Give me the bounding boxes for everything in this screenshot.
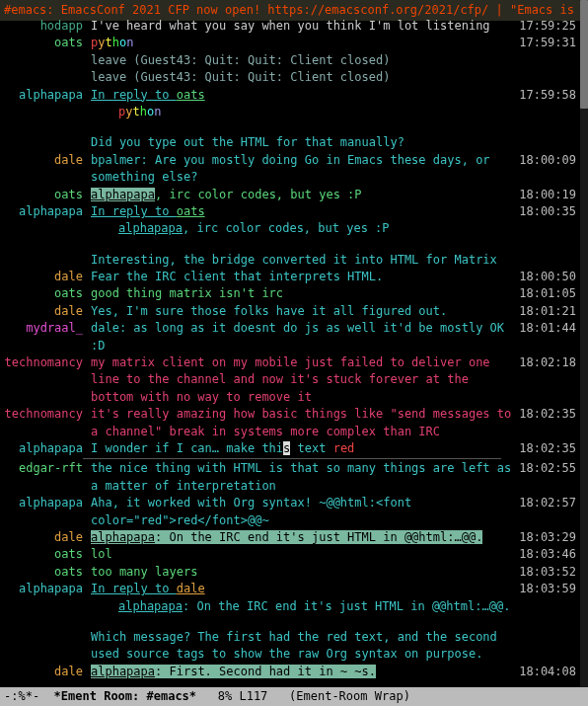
message-body: I wonder if I can… make this text red — [87, 440, 517, 457]
message-body: too many layers — [87, 564, 517, 581]
read-marker — [83, 458, 501, 459]
nick: dale — [4, 664, 87, 680]
message-row: alphapapaIn reply to oats17:59:58 — [0, 87, 580, 104]
message-row: leave (Guest43: Quit: Quit: Client close… — [0, 69, 580, 86]
message-body: I've heard what you say when you think I… — [87, 18, 517, 35]
nick: oats — [4, 564, 87, 581]
message-body: Aha, it worked with Org syntax! ~@@html:… — [87, 495, 517, 529]
nick: dale — [4, 303, 87, 320]
message-body: dale: as long as it doesnt do js as well… — [87, 320, 517, 354]
message-row: alphapapaIn reply to oats18:00:35 — [0, 203, 580, 220]
message-body: python — [87, 35, 517, 51]
nick: dale — [4, 152, 87, 169]
message-body: Which message? The first had the red tex… — [87, 629, 517, 664]
message-body: alphapapa: First. Second had it in ~ ~s. — [87, 664, 517, 680]
timestamp: 18:00:09 — [517, 152, 576, 169]
message-body: In reply to oats — [87, 203, 517, 220]
message-row: technomancyit's really amazing how basic… — [0, 406, 580, 440]
nick: mydraal_ — [4, 320, 87, 337]
message-row: leave (Guest43: Quit: Quit: Client close… — [0, 52, 580, 69]
timestamp: 18:03:59 — [517, 581, 576, 597]
message-body: python — [87, 104, 517, 120]
timestamp: 18:00:50 — [517, 269, 576, 285]
message-row: alphapapa, irc color codes, but yes :P — [0, 220, 580, 237]
message-row: hodappI've heard what you say when you t… — [0, 18, 580, 35]
message-row: oatsgood thing matrix isn't irc18:01:05 — [0, 285, 580, 302]
message-row: Which message? The first had the red tex… — [0, 629, 580, 664]
nick: oats — [4, 187, 87, 203]
message-body: Did you type out the HTML for that manua… — [87, 134, 517, 151]
message-row: Did you type out the HTML for that manua… — [0, 134, 580, 151]
message-row: dalealphapapa: First. Second had it in ~… — [0, 664, 580, 680]
timestamp: 18:03:52 — [517, 564, 576, 581]
timestamp: 17:59:58 — [517, 87, 576, 104]
timestamp: 18:01:21 — [517, 303, 576, 320]
timestamp: 18:02:55 — [517, 460, 576, 477]
message-row: oatslol18:03:46 — [0, 546, 580, 563]
nick: technomancy — [4, 406, 87, 423]
message-body: leave (Guest43: Quit: Quit: Client close… — [87, 69, 517, 86]
message-body: alphapapa: On the IRC end it's just HTML… — [87, 529, 517, 546]
message-body: bpalmer: Are you mostly doing Go in Emac… — [87, 152, 517, 187]
scrollbar[interactable] — [580, 0, 588, 688]
timestamp: 18:01:05 — [517, 285, 576, 302]
nick: alphapapa — [4, 203, 87, 220]
nick: oats — [4, 546, 87, 563]
message-body: leave (Guest43: Quit: Quit: Client close… — [87, 52, 517, 69]
message-row: Interesting, the bridge converted it int… — [0, 252, 580, 269]
message-row: dalealphapapa: On the IRC end it's just … — [0, 529, 580, 546]
modeline: -:%*- *Ement Room: #emacs* 8% L117 (Emen… — [0, 687, 588, 706]
message-row: alphapapa: On the IRC end it's just HTML… — [0, 598, 580, 615]
message-body: In reply to oats — [87, 87, 517, 104]
message-body: alphapapa: On the IRC end it's just HTML… — [87, 598, 517, 615]
message-body: Interesting, the bridge converted it int… — [87, 252, 517, 269]
timestamp: 18:03:46 — [517, 546, 576, 563]
message-row: alphapapaI wonder if I can… make this te… — [0, 440, 580, 457]
timestamp: 18:02:57 — [517, 495, 576, 511]
timestamp: 18:02:35 — [517, 440, 576, 457]
message-row: technomancymy matrix client on my mobile… — [0, 354, 580, 406]
message-body: alphapapa, irc color codes, but yes :P — [87, 220, 517, 237]
nick: edgar-rft — [4, 460, 87, 477]
nick: technomancy — [4, 354, 87, 371]
message-row: dalebpalmer: Are you mostly doing Go in … — [0, 152, 580, 187]
nick: alphapapa — [4, 440, 87, 457]
message-body: alphapapa, irc color codes, but yes :P — [87, 187, 517, 203]
nick: dale — [4, 529, 87, 546]
nick: oats — [4, 285, 87, 302]
message-row: python — [0, 104, 580, 120]
message-row: daleYes, I'm sure those folks have it al… — [0, 303, 580, 320]
scrollbar-thumb[interactable] — [580, 0, 588, 109]
timestamp: 18:04:08 — [517, 664, 576, 680]
message-body: In reply to dale — [87, 581, 517, 597]
timestamp: 17:59:31 — [517, 35, 576, 51]
message-row: alphapapaAha, it worked with Org syntax!… — [0, 495, 580, 529]
timestamp: 18:01:44 — [517, 320, 576, 337]
message-row: daleFear the IRC client that interprets … — [0, 269, 580, 285]
timestamp: 18:02:35 — [517, 406, 576, 423]
message-body: it's really amazing how basic things lik… — [87, 406, 517, 440]
message-row: mydraal_dale: as long as it doesnt do js… — [0, 320, 580, 354]
message-row: oatspython17:59:31 — [0, 35, 580, 51]
nick: alphapapa — [4, 581, 87, 597]
nick: oats — [4, 35, 87, 51]
message-body: Fear the IRC client that interprets HTML… — [87, 269, 517, 285]
timestamp: 18:00:19 — [517, 187, 576, 203]
timestamp: 18:02:18 — [517, 354, 576, 371]
timestamp: 17:59:25 — [517, 18, 576, 35]
nick: hodapp — [4, 18, 87, 35]
timestamp: 18:03:29 — [517, 529, 576, 546]
message-body: my matrix client on my mobile just faile… — [87, 354, 517, 406]
message-row: oatstoo many layers18:03:52 — [0, 564, 580, 581]
message-body: good thing matrix isn't irc — [87, 285, 517, 302]
message-body: lol — [87, 546, 517, 563]
nick: alphapapa — [4, 87, 87, 104]
nick: alphapapa — [4, 495, 87, 511]
timestamp: 18:00:35 — [517, 203, 576, 220]
message-row: alphapapaIn reply to dale18:03:59 — [0, 581, 580, 597]
message-body: the nice thing with HTML is that so many… — [87, 460, 517, 495]
message-body: Yes, I'm sure those folks have it all fi… — [87, 303, 517, 320]
nick: dale — [4, 269, 87, 285]
message-row: oatsalphapapa, irc color codes, but yes … — [0, 187, 580, 203]
message-list: hodappI've heard what you say when you t… — [0, 18, 580, 688]
